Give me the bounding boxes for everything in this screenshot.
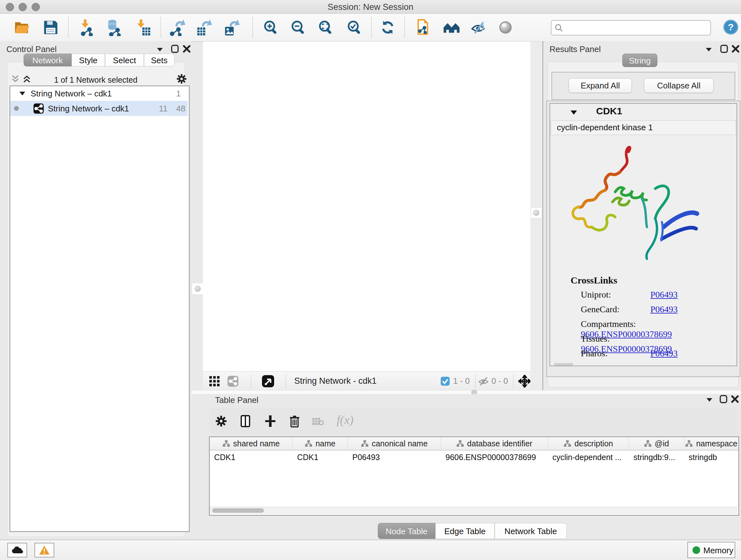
gear-icon[interactable] <box>177 74 187 84</box>
tree-root-row[interactable]: String Network – cdk1 1 <box>10 86 188 101</box>
import-network-icon[interactable] <box>78 19 96 36</box>
open-folder-icon[interactable] <box>13 19 30 36</box>
toolbar-separator <box>286 374 286 388</box>
results-scrollbar-thumb[interactable] <box>554 363 573 366</box>
delete-column-icon[interactable] <box>288 415 301 428</box>
grid-view-icon[interactable] <box>209 375 220 387</box>
table-panel-title: Table Panel <box>215 395 259 405</box>
tree-network-row[interactable]: String Network – cdk1 11 48 <box>10 101 188 116</box>
left-splitter-handle[interactable] <box>192 283 204 295</box>
warning-status-button[interactable] <box>35 543 54 557</box>
zoom-selected-icon[interactable] <box>346 19 363 36</box>
crosslink-link[interactable]: P06493 <box>650 304 678 314</box>
scrollbar-thumb[interactable] <box>212 508 264 513</box>
zoom-out-icon[interactable] <box>290 19 307 36</box>
tab-node-table[interactable]: Node Table <box>378 523 435 539</box>
show-columns-icon[interactable] <box>240 415 253 428</box>
table-toolbar: f(x) <box>209 408 738 435</box>
results-entry-box: CDK1 cyclin-dependent kinase 1 C <box>549 103 737 366</box>
column-type-icon <box>685 440 693 447</box>
entry-collapse-icon[interactable] <box>570 110 578 115</box>
table-row[interactable]: CDK1 CDK1 P06493 9606.ENSP00000378699 cy… <box>210 450 738 464</box>
panel-close-icon[interactable] <box>731 44 740 53</box>
hide-selected-icon[interactable] <box>470 19 487 36</box>
control-panel-title: Control Panel <box>6 44 57 54</box>
export-network-icon[interactable] <box>169 19 186 36</box>
tab-network-table[interactable]: Network Table <box>495 523 567 539</box>
network-list-icon[interactable] <box>227 375 239 387</box>
selected-count-badge: 1 - 0 <box>453 376 470 386</box>
tree-network-node-count: 11 <box>159 104 167 114</box>
network-share-icon <box>33 103 44 114</box>
panel-close-icon[interactable] <box>731 395 739 403</box>
fit-content-icon[interactable] <box>518 375 531 388</box>
zoom-in-icon[interactable] <box>262 19 280 36</box>
panel-menu-icon[interactable] <box>705 47 712 52</box>
results-actions-box: Expand All Collapse All <box>551 72 735 100</box>
column-header-description[interactable]: description <box>548 437 629 450</box>
crosslink-label: Tissues: <box>581 334 650 344</box>
export-table-icon[interactable] <box>195 19 212 36</box>
control-panel: Control Panel Network Style Select Sets … <box>0 41 192 540</box>
collapse-all-button[interactable]: Collapse All <box>644 78 714 93</box>
toolbar-separator <box>475 374 475 388</box>
column-header-id[interactable]: @id <box>629 437 684 450</box>
search-field <box>551 20 711 36</box>
crosslink-label: Compartments: <box>581 319 650 329</box>
zoom-fit-icon[interactable] <box>317 19 334 36</box>
tree-expand-icon[interactable] <box>19 91 25 96</box>
network-view-title: String Network - cdk1 <box>294 376 377 386</box>
memory-status-dot <box>692 546 700 554</box>
memory-button[interactable]: Memory <box>687 542 735 558</box>
tab-sets[interactable]: Sets <box>144 54 175 66</box>
column-header-shared-name[interactable]: shared name <box>210 437 293 450</box>
network-view-toolbar: String Network - cdk1 1 - 0 0 - 0 <box>203 371 530 390</box>
panel-close-icon[interactable] <box>183 44 191 53</box>
network-canvas[interactable] <box>203 42 530 371</box>
help-icon[interactable]: ? <box>723 19 738 35</box>
cloud-status-button[interactable] <box>7 543 27 557</box>
right-splitter-handle[interactable] <box>531 207 542 219</box>
create-column-icon[interactable] <box>264 415 277 428</box>
show-all-icon[interactable] <box>497 19 514 36</box>
crosslink-link[interactable]: P06493 <box>650 348 678 358</box>
tab-edge-table[interactable]: Edge Table <box>435 523 495 539</box>
string-home-icon[interactable] <box>443 19 460 36</box>
panel-menu-icon[interactable] <box>156 47 163 52</box>
panel-float-icon[interactable] <box>171 44 179 53</box>
tab-string[interactable]: String <box>622 54 657 67</box>
tab-network[interactable]: Network <box>23 54 71 66</box>
panel-float-icon[interactable] <box>719 395 728 403</box>
selected-checkbox-icon[interactable] <box>441 376 450 386</box>
results-panel: Results Panel String Expand All Collapse… <box>544 41 741 390</box>
svg-text:?: ? <box>728 22 734 32</box>
column-header-database-identifier[interactable]: database identifier <box>441 437 548 450</box>
hidden-count-badge: 0 - 0 <box>491 376 508 386</box>
share-file-icon[interactable] <box>415 19 432 36</box>
save-session-icon[interactable] <box>42 19 59 36</box>
crosslinks-heading: CrossLinks <box>570 275 617 286</box>
tab-select[interactable]: Select <box>105 54 144 66</box>
table-header-row: shared name name canonical name database… <box>210 437 738 450</box>
gear-icon[interactable] <box>215 415 227 427</box>
export-image-icon[interactable] <box>223 19 240 36</box>
network-graph[interactable] <box>203 42 530 371</box>
memory-label: Memory <box>703 546 733 556</box>
search-input[interactable] <box>565 21 707 33</box>
birds-eye-view-icon[interactable] <box>262 375 274 388</box>
column-header-canonical-name[interactable]: canonical name <box>348 437 441 450</box>
expand-all-button[interactable]: Expand All <box>569 78 632 93</box>
refresh-icon[interactable] <box>379 19 396 36</box>
warning-icon <box>39 545 50 555</box>
import-database-icon[interactable] <box>105 19 123 36</box>
column-header-namespace[interactable]: namespace <box>684 437 738 450</box>
crosslink-link[interactable]: P06493 <box>650 290 678 300</box>
table-horizontal-scrollbar[interactable] <box>210 507 737 514</box>
panel-float-icon[interactable] <box>720 44 728 53</box>
column-header-name[interactable]: name <box>293 437 348 450</box>
delete-table-icon <box>312 417 325 426</box>
import-table-icon[interactable] <box>134 19 151 36</box>
tab-style[interactable]: Style <box>71 54 105 66</box>
panel-menu-icon[interactable] <box>706 397 713 402</box>
title-bar: Session: New Session <box>0 0 741 14</box>
